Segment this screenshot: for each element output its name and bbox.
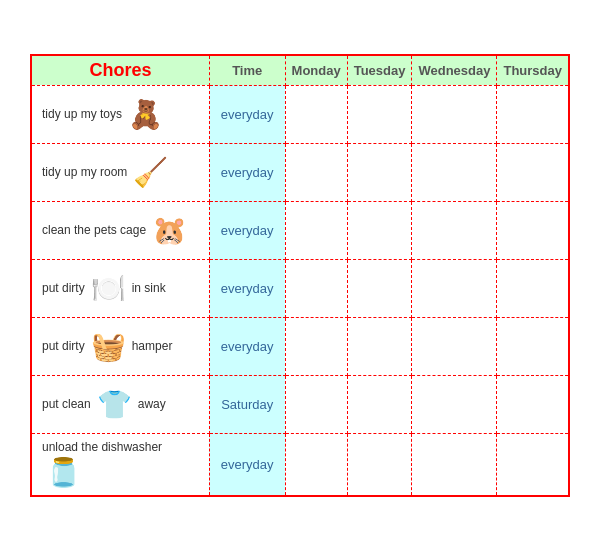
day-cell (412, 143, 497, 201)
table-row: tidy up my toys🧸everyday (31, 85, 569, 143)
day-cell (347, 259, 412, 317)
time-cell: everyday (209, 85, 285, 143)
day-cell (285, 85, 347, 143)
chore-text-after: hamper (132, 339, 173, 353)
chore-text-after: in sink (132, 281, 166, 295)
chore-cell-row-clean: put clean👕away (31, 375, 209, 433)
day-cell (347, 143, 412, 201)
day-cell (497, 85, 569, 143)
chore-icon: 🫙 (46, 456, 81, 489)
day-cell (285, 201, 347, 259)
day-cell (347, 201, 412, 259)
wednesday-label: Wednesday (418, 63, 490, 78)
day-cell (497, 201, 569, 259)
chore-icon: 🧸 (128, 98, 163, 131)
chore-text-before: put dirty (42, 281, 85, 295)
day-cell (285, 259, 347, 317)
table-row: tidy up my room🧹everyday (31, 143, 569, 201)
time-cell: everyday (209, 143, 285, 201)
chore-icon: 🧺 (91, 330, 126, 363)
chore-cell-row-pets: clean the pets cage🐹 (31, 201, 209, 259)
time-cell: everyday (209, 317, 285, 375)
day-cell (412, 259, 497, 317)
day-cell (285, 317, 347, 375)
day-cell (412, 85, 497, 143)
chore-icon: 🐹 (152, 214, 187, 247)
chore-text-before: unload the dishwasher (42, 440, 162, 454)
day-cell (412, 375, 497, 433)
table-row: unload the dishwasher🫙everyday (31, 433, 569, 496)
day-cell (285, 433, 347, 496)
day-cell (497, 259, 569, 317)
chores-table: Chores Time Monday Tuesday Wednesday Thu… (30, 54, 570, 497)
day-cell (497, 433, 569, 496)
chore-text-before: put dirty (42, 339, 85, 353)
header-time: Time (209, 55, 285, 86)
header-monday: Monday (285, 55, 347, 86)
time-cell: Saturday (209, 375, 285, 433)
day-cell (347, 85, 412, 143)
time-cell: everyday (209, 259, 285, 317)
chores-header-label: Chores (89, 60, 151, 80)
header-thursday: Thursday (497, 55, 569, 86)
chore-cell-row-dishwasher: unload the dishwasher🫙 (31, 433, 209, 496)
chore-icon: 🧹 (133, 156, 168, 189)
chore-text-before: tidy up my room (42, 165, 127, 179)
header-wednesday: Wednesday (412, 55, 497, 86)
table-row: clean the pets cage🐹everyday (31, 201, 569, 259)
chore-icon: 🍽️ (91, 272, 126, 305)
header-chores: Chores (31, 55, 209, 86)
time-cell: everyday (209, 433, 285, 496)
day-cell (347, 433, 412, 496)
time-cell: everyday (209, 201, 285, 259)
chore-text-before: tidy up my toys (42, 107, 122, 121)
day-cell (285, 375, 347, 433)
chore-cell-row-room: tidy up my room🧹 (31, 143, 209, 201)
table-row: put clean👕awaySaturday (31, 375, 569, 433)
day-cell (412, 201, 497, 259)
tuesday-label: Tuesday (354, 63, 406, 78)
day-cell (497, 375, 569, 433)
chore-cell-row-sink: put dirty🍽️in sink (31, 259, 209, 317)
monday-label: Monday (292, 63, 341, 78)
chore-text-before: put clean (42, 397, 91, 411)
header-tuesday: Tuesday (347, 55, 412, 86)
day-cell (412, 433, 497, 496)
chore-text-before: clean the pets cage (42, 223, 146, 237)
day-cell (347, 317, 412, 375)
day-cell (497, 317, 569, 375)
time-header-label: Time (232, 63, 262, 78)
table-row: put dirty🍽️in sinkeveryday (31, 259, 569, 317)
chore-cell-row-toys: tidy up my toys🧸 (31, 85, 209, 143)
chore-icon: 👕 (97, 388, 132, 421)
day-cell (497, 143, 569, 201)
chore-cell-row-hamper: put dirty🧺hamper (31, 317, 209, 375)
day-cell (412, 317, 497, 375)
table-row: put dirty🧺hampereveryday (31, 317, 569, 375)
day-cell (285, 143, 347, 201)
thursday-label: Thursday (503, 63, 562, 78)
chore-text-after: away (138, 397, 166, 411)
day-cell (347, 375, 412, 433)
